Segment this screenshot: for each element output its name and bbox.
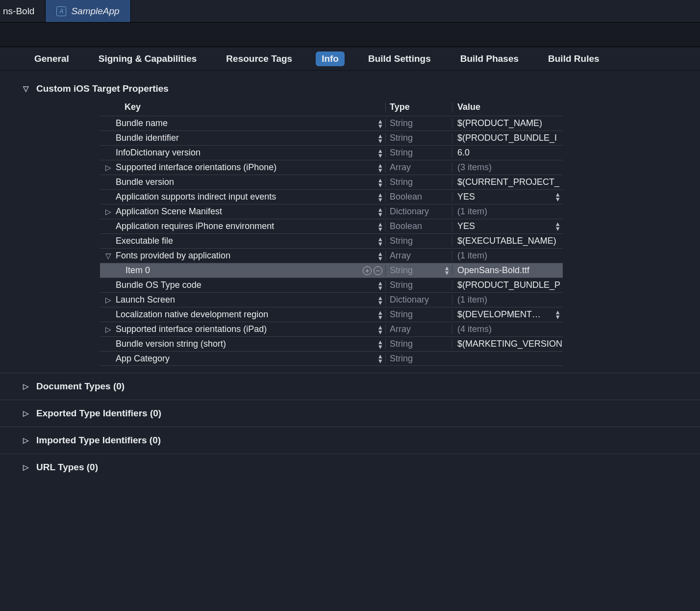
chevron-right-icon[interactable]: ▷	[105, 325, 112, 334]
key-popup-stepper[interactable]	[378, 163, 382, 173]
chevron-right-icon[interactable]: ▷	[105, 207, 112, 216]
plist-key-cell[interactable]: Item 0+−	[100, 265, 385, 276]
plist-value-cell[interactable]: (3 items)	[452, 162, 563, 173]
plist-row[interactable]: ▷Supported interface orientations (iPad)…	[100, 322, 563, 336]
plist-type-cell[interactable]: String	[385, 354, 452, 364]
add-row-button[interactable]: +	[363, 266, 372, 275]
plist-type-cell[interactable]: Array	[385, 324, 452, 334]
plist-key-cell[interactable]: InfoDictionary version	[100, 148, 385, 158]
file-tab-prev[interactable]: ns-Bold	[0, 0, 46, 22]
tab-info[interactable]: Info	[316, 51, 345, 66]
plist-value-cell[interactable]: OpenSans-Bold.ttf	[452, 265, 563, 276]
plist-key-cell[interactable]: Bundle identifier	[100, 133, 385, 143]
plist-type-cell[interactable]: Dictionary	[385, 206, 452, 217]
key-popup-stepper[interactable]	[378, 354, 382, 363]
plist-value-cell[interactable]: (1 item)	[452, 251, 563, 261]
plist-row[interactable]: Bundle versionString$(CURRENT_PROJECT_	[100, 175, 563, 189]
tab-buildsettings[interactable]: Build Settings	[362, 51, 437, 66]
plist-type-cell[interactable]: String	[385, 133, 452, 143]
plist-row[interactable]: Application supports indirect input even…	[100, 189, 563, 204]
key-popup-stepper[interactable]	[378, 236, 382, 246]
key-popup-stepper[interactable]	[378, 251, 382, 261]
plist-value-cell[interactable]: 6.0	[452, 148, 563, 158]
plist-value-cell[interactable]: YES	[452, 221, 563, 231]
key-popup-stepper[interactable]	[378, 325, 382, 334]
tab-general[interactable]: General	[28, 51, 75, 66]
plist-row[interactable]: Application requires iPhone environmentB…	[100, 219, 563, 233]
key-popup-stepper[interactable]	[378, 222, 382, 231]
tab-buildrules[interactable]: Build Rules	[542, 51, 605, 66]
plist-type-cell[interactable]: String	[385, 309, 452, 320]
plist-row[interactable]: Item 0+−StringOpenSans-Bold.ttf	[100, 263, 563, 278]
tab-signing[interactable]: Signing & Capabilities	[93, 51, 203, 66]
plist-row[interactable]: Bundle nameString$(PRODUCT_NAME)	[100, 116, 563, 130]
plist-type-cell[interactable]: String	[385, 236, 452, 246]
plist-key-cell[interactable]: App Category	[100, 354, 385, 364]
plist-value-cell[interactable]: (1 item)	[452, 206, 563, 217]
section-urltypes[interactable]: ▷URL Types (0)	[0, 454, 700, 481]
plist-type-cell[interactable]: Boolean	[385, 192, 452, 202]
section-doctypes[interactable]: ▷Document Types (0)	[0, 373, 700, 400]
value-popup-stepper[interactable]	[556, 192, 560, 202]
plist-row[interactable]: ▽Fonts provided by applicationArray(1 it…	[100, 248, 563, 263]
plist-row[interactable]: Bundle identifierString$(PRODUCT_BUNDLE_…	[100, 130, 563, 145]
plist-row[interactable]: ▷Application Scene ManifestDictionary(1 …	[100, 204, 563, 219]
plist-value-cell[interactable]: $(PRODUCT_BUNDLE_P	[452, 280, 563, 290]
section-exported[interactable]: ▷Exported Type Identifiers (0)	[0, 400, 700, 427]
chevron-down-icon[interactable]: ▽	[105, 252, 112, 260]
key-popup-stepper[interactable]	[378, 280, 382, 290]
key-popup-stepper[interactable]	[378, 295, 382, 305]
plist-key-cell[interactable]: Bundle version string (short)	[100, 339, 385, 349]
tab-resource[interactable]: Resource Tags	[220, 51, 298, 66]
key-popup-stepper[interactable]	[378, 178, 382, 187]
plist-key-cell[interactable]: Application requires iPhone environment	[100, 221, 385, 231]
plist-value-cell[interactable]: $(DEVELOPMENT…	[452, 309, 563, 320]
plist-value-cell[interactable]: $(PRODUCT_BUNDLE_I	[452, 133, 563, 143]
plist-key-cell[interactable]: ▷Application Scene Manifest	[100, 206, 385, 217]
tab-buildphases[interactable]: Build Phases	[454, 51, 525, 66]
key-popup-stepper[interactable]	[378, 339, 382, 349]
plist-key-cell[interactable]: Bundle OS Type code	[100, 280, 385, 290]
plist-value-cell[interactable]: $(MARKETING_VERSION	[452, 339, 563, 349]
plist-row[interactable]: InfoDictionary versionString6.0	[100, 145, 563, 160]
plist-type-cell[interactable]: Dictionary	[385, 295, 452, 305]
plist-key-cell[interactable]: Bundle name	[100, 118, 385, 128]
plist-value-cell[interactable]: (1 item)	[452, 295, 563, 305]
plist-col-type[interactable]: Type	[385, 102, 452, 112]
plist-type-cell[interactable]: String	[385, 339, 452, 349]
plist-key-cell[interactable]: ▷Supported interface orientations (iPad)	[100, 324, 385, 334]
plist-key-cell[interactable]: ▷Launch Screen	[100, 295, 385, 305]
plist-col-key[interactable]: Key	[100, 102, 385, 112]
key-popup-stepper[interactable]	[378, 119, 382, 128]
plist-key-cell[interactable]: ▷Supported interface orientations (iPhon…	[100, 162, 385, 173]
chevron-right-icon[interactable]: ▷	[105, 296, 112, 305]
value-popup-stepper[interactable]	[556, 309, 560, 319]
key-popup-stepper[interactable]	[378, 310, 382, 320]
plist-type-cell[interactable]: Array	[385, 251, 452, 261]
key-popup-stepper[interactable]	[378, 133, 382, 143]
plist-key-cell[interactable]: Application supports indirect input even…	[100, 192, 385, 202]
plist-type-cell[interactable]: String	[385, 148, 452, 158]
plist-row[interactable]: Bundle version string (short)String$(MAR…	[100, 336, 563, 351]
plist-col-value[interactable]: Value	[452, 102, 563, 112]
value-popup-stepper[interactable]	[556, 221, 560, 231]
plist-key-cell[interactable]: Localization native development region	[100, 309, 385, 320]
plist-type-cell[interactable]: String	[385, 118, 452, 128]
plist-type-cell[interactable]: String	[385, 265, 452, 276]
type-popup-stepper[interactable]	[445, 265, 449, 275]
plist-row[interactable]: App CategoryString	[100, 351, 563, 366]
plist-value-cell[interactable]: $(EXECUTABLE_NAME)	[452, 236, 563, 246]
plist-value-cell[interactable]: $(PRODUCT_NAME)	[452, 118, 563, 128]
plist-value-cell[interactable]: $(CURRENT_PROJECT_	[452, 177, 563, 187]
plist-type-cell[interactable]: Boolean	[385, 221, 452, 231]
key-popup-stepper[interactable]	[378, 148, 382, 158]
remove-row-button[interactable]: −	[374, 266, 382, 275]
plist-type-cell[interactable]: String	[385, 177, 452, 187]
section-imported[interactable]: ▷Imported Type Identifiers (0)	[0, 427, 700, 454]
plist-row[interactable]: ▷Launch ScreenDictionary(1 item)	[100, 292, 563, 307]
plist-row[interactable]: ▷Supported interface orientations (iPhon…	[100, 160, 563, 175]
plist-type-cell[interactable]: String	[385, 280, 452, 290]
section-custom-properties[interactable]: ▽ Custom iOS Target Properties	[0, 79, 700, 98]
plist-value-cell[interactable]: YES	[452, 192, 563, 202]
plist-value-cell[interactable]: (4 items)	[452, 324, 563, 334]
